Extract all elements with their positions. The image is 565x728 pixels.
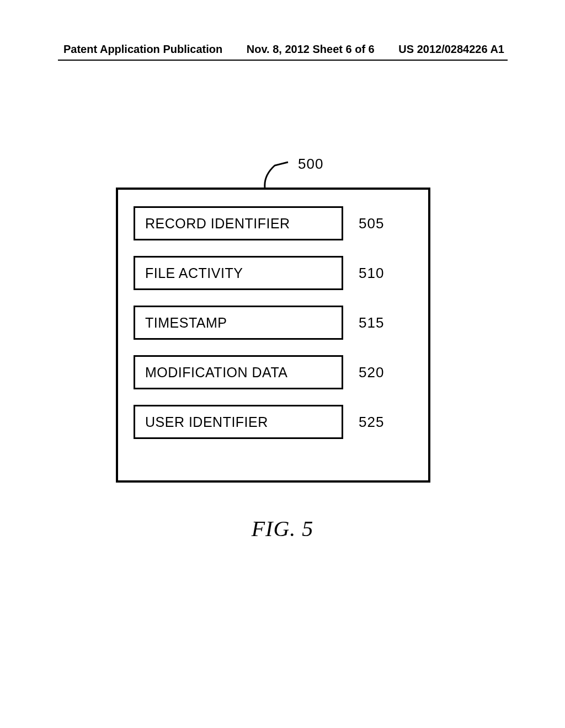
field-box-file-activity: FILE ACTIVITY	[134, 256, 343, 290]
field-box-user-identifier: USER IDENTIFIER	[134, 405, 343, 439]
page-header: Patent Application Publication Nov. 8, 2…	[0, 43, 565, 56]
diagram-container: RECORD IDENTIFIER 505 FILE ACTIVITY 510 …	[116, 188, 430, 483]
figure-caption: FIG. 5	[0, 516, 565, 542]
header-right: US 2012/0284226 A1	[398, 43, 504, 56]
field-num: 510	[359, 265, 384, 282]
field-label: TIMESTAMP	[145, 315, 227, 331]
field-label: FILE ACTIVITY	[145, 265, 243, 281]
callout-leader-icon	[259, 159, 292, 192]
field-box-timestamp: TIMESTAMP	[134, 306, 343, 340]
field-num: 505	[359, 215, 384, 232]
field-label: RECORD IDENTIFIER	[145, 216, 290, 232]
field-label: USER IDENTIFIER	[145, 414, 268, 430]
field-num: 520	[359, 364, 384, 381]
field-row: USER IDENTIFIER 525	[134, 405, 413, 439]
field-row: RECORD IDENTIFIER 505	[134, 206, 413, 240]
header-center: Nov. 8, 2012 Sheet 6 of 6	[247, 43, 375, 56]
header-left: Patent Application Publication	[63, 43, 222, 56]
diagram-callout: 500	[259, 159, 323, 192]
field-row: MODIFICATION DATA 520	[134, 355, 413, 389]
field-label: MODIFICATION DATA	[145, 365, 288, 381]
record-structure-box: RECORD IDENTIFIER 505 FILE ACTIVITY 510 …	[116, 188, 430, 483]
field-num: 515	[359, 314, 384, 331]
field-box-record-identifier: RECORD IDENTIFIER	[134, 206, 343, 240]
field-num: 525	[359, 414, 384, 431]
field-box-modification-data: MODIFICATION DATA	[134, 355, 343, 389]
field-row: TIMESTAMP 515	[134, 306, 413, 340]
callout-label: 500	[298, 156, 323, 173]
field-row: FILE ACTIVITY 510	[134, 256, 413, 290]
header-rule	[58, 60, 508, 61]
